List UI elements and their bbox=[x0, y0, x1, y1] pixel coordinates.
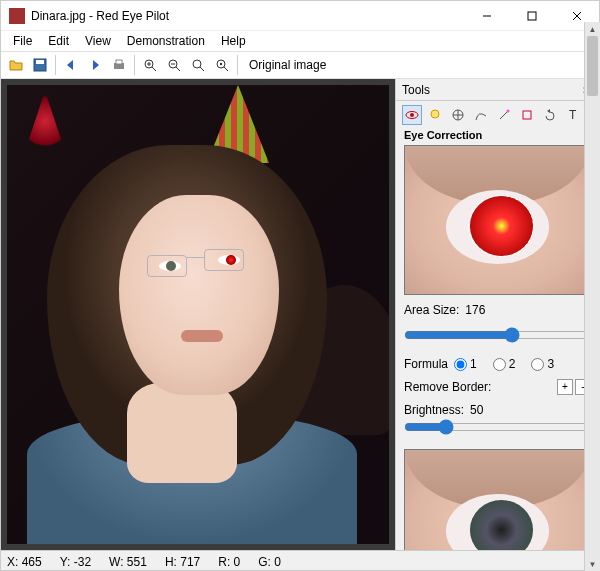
brightness-label: Brightness: bbox=[404, 403, 464, 417]
area-size-value: 176 bbox=[465, 303, 485, 317]
area-size-label: Area Size: bbox=[404, 303, 459, 317]
svg-text:T: T bbox=[569, 108, 577, 122]
panel-scrollbar[interactable]: ▲ ▼ bbox=[584, 22, 600, 571]
area-size-row: Area Size: 176 bbox=[404, 303, 591, 317]
zoom-in-button[interactable] bbox=[139, 54, 161, 76]
zoom-out-button[interactable] bbox=[163, 54, 185, 76]
svg-point-21 bbox=[410, 113, 414, 117]
print-button[interactable] bbox=[108, 54, 130, 76]
original-image-button[interactable]: Original image bbox=[242, 55, 333, 75]
toolbar: Original image bbox=[1, 51, 599, 79]
separator bbox=[55, 55, 56, 75]
formula-option-1[interactable]: 1 bbox=[454, 357, 477, 371]
formula-label: Formula bbox=[404, 357, 448, 371]
window-title: Dinara.jpg - Red Eye Pilot bbox=[31, 9, 464, 23]
svg-line-24 bbox=[500, 111, 508, 119]
status-g: G: 0 bbox=[258, 555, 281, 569]
tool-crop-icon[interactable] bbox=[517, 105, 537, 125]
remove-border-plus[interactable]: + bbox=[557, 379, 573, 395]
eye-correction-heading: Eye Correction bbox=[404, 129, 591, 141]
tools-panel-header: Tools × bbox=[396, 79, 599, 101]
formula-option-2[interactable]: 2 bbox=[493, 357, 516, 371]
remove-border-label: Remove Border: bbox=[404, 380, 491, 394]
workspace: Tools × T Eye Correction Area Size: 176 bbox=[1, 79, 599, 550]
formula-row: Formula 1 2 3 bbox=[404, 357, 591, 371]
menu-help[interactable]: Help bbox=[213, 32, 254, 50]
app-icon bbox=[9, 8, 25, 24]
area-size-slider[interactable] bbox=[404, 327, 591, 343]
tool-rotate-icon[interactable] bbox=[540, 105, 560, 125]
back-button[interactable] bbox=[60, 54, 82, 76]
image-canvas[interactable] bbox=[7, 85, 389, 544]
scroll-down-icon[interactable]: ▼ bbox=[585, 557, 600, 571]
tools-panel-title: Tools bbox=[402, 83, 430, 97]
forward-button[interactable] bbox=[84, 54, 106, 76]
menu-file[interactable]: File bbox=[5, 32, 40, 50]
status-x: X: 465 bbox=[7, 555, 42, 569]
zoom-actual-button[interactable] bbox=[211, 54, 233, 76]
svg-point-15 bbox=[193, 60, 201, 68]
tool-curve-icon[interactable] bbox=[471, 105, 491, 125]
svg-line-16 bbox=[200, 67, 204, 71]
separator bbox=[134, 55, 135, 75]
menubar: File Edit View Demonstration Help bbox=[1, 31, 599, 51]
canvas-area bbox=[1, 79, 395, 550]
status-y: Y: -32 bbox=[60, 555, 91, 569]
brightness-value: 50 bbox=[470, 403, 483, 417]
brightness-slider[interactable] bbox=[404, 419, 591, 435]
eye-preview-before[interactable] bbox=[404, 145, 591, 295]
separator bbox=[237, 55, 238, 75]
svg-point-25 bbox=[507, 110, 510, 113]
tool-wand-icon[interactable] bbox=[494, 105, 514, 125]
tools-tabs: T bbox=[396, 101, 599, 127]
zoom-fit-button[interactable] bbox=[187, 54, 209, 76]
scroll-up-icon[interactable]: ▲ bbox=[585, 22, 600, 36]
tool-globe-icon[interactable] bbox=[448, 105, 468, 125]
svg-point-22 bbox=[431, 110, 439, 118]
statusbar: X: 465 Y: -32 W: 551 H: 717 R: 0 G: 0 bbox=[1, 550, 599, 571]
tool-bulb-icon[interactable] bbox=[425, 105, 445, 125]
svg-point-19 bbox=[220, 63, 222, 65]
svg-line-9 bbox=[152, 67, 156, 71]
svg-rect-5 bbox=[36, 60, 44, 64]
svg-rect-1 bbox=[528, 12, 536, 20]
svg-line-18 bbox=[224, 67, 228, 71]
maximize-button[interactable] bbox=[509, 1, 554, 30]
formula-option-3[interactable]: 3 bbox=[531, 357, 554, 371]
minimize-button[interactable] bbox=[464, 1, 509, 30]
status-r: R: 0 bbox=[218, 555, 240, 569]
svg-rect-7 bbox=[116, 60, 122, 64]
formula-radios: 1 2 3 bbox=[454, 357, 560, 371]
brightness-row: Brightness: 50 bbox=[404, 403, 591, 417]
tools-panel: Tools × T Eye Correction Area Size: 176 bbox=[395, 79, 599, 550]
tool-text-icon[interactable]: T bbox=[563, 105, 583, 125]
menu-view[interactable]: View bbox=[77, 32, 119, 50]
menu-edit[interactable]: Edit bbox=[40, 32, 77, 50]
save-button[interactable] bbox=[29, 54, 51, 76]
status-w: W: 551 bbox=[109, 555, 147, 569]
status-h: H: 717 bbox=[165, 555, 200, 569]
open-button[interactable] bbox=[5, 54, 27, 76]
tools-panel-body: Eye Correction Area Size: 176 Formula 1 … bbox=[396, 127, 599, 550]
scroll-thumb[interactable] bbox=[587, 36, 598, 96]
svg-rect-26 bbox=[523, 111, 531, 119]
remove-border-row: Remove Border: + - bbox=[404, 379, 591, 395]
eye-preview-after[interactable] bbox=[404, 449, 591, 550]
svg-line-13 bbox=[176, 67, 180, 71]
titlebar: Dinara.jpg - Red Eye Pilot bbox=[1, 1, 599, 31]
tool-eye-icon[interactable] bbox=[402, 105, 422, 125]
menu-demonstration[interactable]: Demonstration bbox=[119, 32, 213, 50]
